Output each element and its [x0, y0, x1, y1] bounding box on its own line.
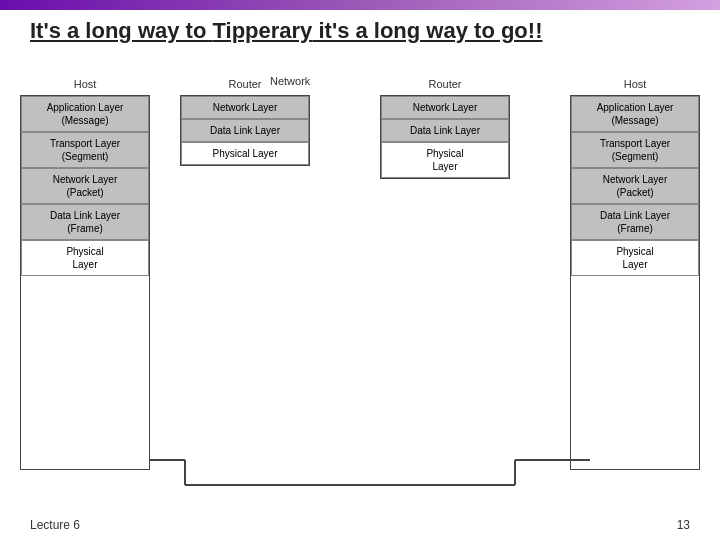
host-left-app-layer: Application Layer(Message) [21, 96, 149, 132]
host-right-network-layer: Network Layer(Packet) [571, 168, 699, 204]
host-left-datalink-layer: Data Link Layer(Frame) [21, 204, 149, 240]
host-right-app-layer: Application Layer(Message) [571, 96, 699, 132]
router-left-physical-layer: Physical Layer [181, 142, 309, 165]
router-right-network-layer: Network Layer [381, 96, 509, 119]
router-left: Router Network Layer Data Link Layer Phy… [180, 95, 310, 166]
router-left-network-layer: Network Layer [181, 96, 309, 119]
host-right-datalink-layer: Data Link Layer(Frame) [571, 204, 699, 240]
host-left-label: Host [21, 78, 149, 90]
footer: Lecture 6 13 [0, 518, 720, 532]
network-diagram: Network Host Application Layer(Message) … [20, 75, 700, 500]
top-bar [0, 0, 720, 10]
host-right: Host Application Layer(Message) Transpor… [570, 95, 700, 470]
router-right-physical-layer: PhysicalLayer [381, 142, 509, 178]
host-left-network-layer: Network Layer(Packet) [21, 168, 149, 204]
host-left-transport-layer: Transport Layer(Segment) [21, 132, 149, 168]
router-right-label: Router [381, 78, 509, 90]
page-number: 13 [677, 518, 690, 532]
host-right-label: Host [571, 78, 699, 90]
router-left-datalink-layer: Data Link Layer [181, 119, 309, 142]
lecture-label: Lecture 6 [30, 518, 80, 532]
host-left-physical-layer: PhysicalLayer [21, 240, 149, 276]
page-title: It's a long way to Tipperary it's a long… [30, 18, 542, 44]
router-right-datalink-layer: Data Link Layer [381, 119, 509, 142]
title-suffix: it's a long way to go!! [312, 18, 542, 43]
title-underlined: Tipperary [212, 18, 312, 43]
title-prefix: It's a long way to [30, 18, 212, 43]
router-right: Router Network Layer Data Link Layer Phy… [380, 95, 510, 179]
host-right-transport-layer: Transport Layer(Segment) [571, 132, 699, 168]
router-left-label: Router [181, 78, 309, 90]
host-right-physical-layer: PhysicalLayer [571, 240, 699, 276]
host-left: Host Application Layer(Message) Transpor… [20, 95, 150, 470]
